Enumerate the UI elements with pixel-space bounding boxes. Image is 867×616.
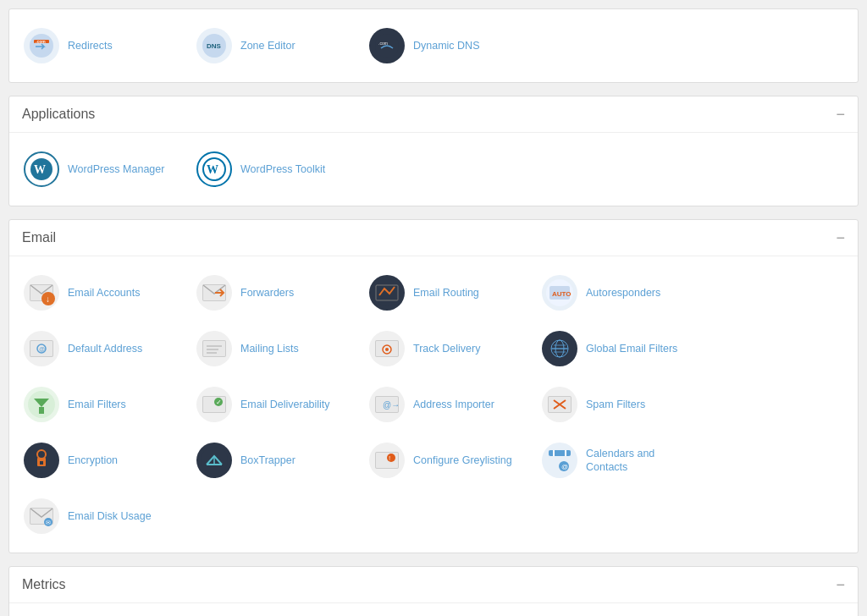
svg-rect-40 xyxy=(39,407,44,414)
svg-rect-27 xyxy=(203,341,225,356)
redirects-label: Redirects xyxy=(68,39,113,52)
metrics-section: Metrics − Visitors xyxy=(8,566,859,616)
encryption-label: Encryption xyxy=(68,454,118,467)
svg-rect-58 xyxy=(376,453,398,468)
item-redirects[interactable]: .com Redirects xyxy=(15,19,185,72)
item-mailing-lists[interactable]: Mailing Lists xyxy=(188,322,357,375)
configure-greylisting-icon: ! xyxy=(369,443,405,478)
svg-text:.com: .com xyxy=(378,41,388,46)
dynamic-dns-icon: .com xyxy=(369,28,405,63)
item-track-delivery[interactable]: Track Delivery xyxy=(361,322,530,375)
item-email-routing[interactable]: Email Routing xyxy=(361,267,530,319)
svg-point-0 xyxy=(30,34,53,58)
svg-point-34 xyxy=(385,348,389,351)
item-email-accounts[interactable]: ↓ Email Accounts xyxy=(15,267,185,319)
item-default-address[interactable]: @ Default Address xyxy=(15,322,185,375)
item-wordpress-manager[interactable]: W WordPress Manager xyxy=(15,143,185,195)
email-disk-icon: ✉ xyxy=(24,498,59,534)
item-configure-greylisting[interactable]: ! Configure Greylisting xyxy=(361,434,530,487)
svg-text:↓: ↓ xyxy=(46,294,50,304)
calendars-icon: @ xyxy=(542,443,577,478)
svg-text:✉: ✉ xyxy=(46,520,51,525)
mailing-lists-label: Mailing Lists xyxy=(240,342,299,355)
item-encryption[interactable]: Encryption xyxy=(15,434,185,487)
track-delivery-icon xyxy=(369,331,405,366)
item-address-importer[interactable]: @→ Address Importer xyxy=(361,378,530,431)
item-zone-editor[interactable]: DNS Zone Editor xyxy=(188,19,357,72)
email-disk-label: Email Disk Usage xyxy=(68,509,152,523)
email-title: Email xyxy=(22,230,56,245)
svg-text:@: @ xyxy=(39,346,45,352)
global-email-filters-label: Global Email Filters xyxy=(586,342,677,355)
applications-toggle[interactable]: − xyxy=(836,107,845,122)
item-wordpress-toolkit[interactable]: W WordPress Toolkit xyxy=(188,143,357,195)
zone-editor-label: Zone Editor xyxy=(240,39,295,52)
top-section: .com Redirects DNS Zone Editor xyxy=(8,8,859,83)
applications-grid: W WordPress Manager W WordPress Toolkit xyxy=(9,133,858,206)
metrics-toggle[interactable]: − xyxy=(836,577,845,592)
zone-editor-icon: DNS xyxy=(196,28,232,63)
svg-point-17 xyxy=(373,279,400,306)
email-accounts-icon: ↓ xyxy=(24,275,59,311)
address-importer-icon: @→ xyxy=(369,387,405,422)
item-global-email-filters[interactable]: Global Email Filters xyxy=(533,322,703,375)
svg-text:!: ! xyxy=(389,454,390,462)
forwarders-label: Forwarders xyxy=(240,286,294,300)
email-toggle[interactable]: − xyxy=(836,230,845,245)
email-accounts-label: Email Accounts xyxy=(68,286,140,300)
svg-rect-42 xyxy=(203,397,225,412)
spam-filters-label: Spam Filters xyxy=(586,398,645,411)
item-boxtrapper[interactable]: BoxTrapper xyxy=(188,434,357,487)
wp-manager-label: WordPress Manager xyxy=(68,162,164,176)
default-address-label: Default Address xyxy=(68,342,142,355)
track-delivery-label: Track Delivery xyxy=(413,342,480,355)
svg-text:@: @ xyxy=(561,463,568,470)
svg-text:DNS: DNS xyxy=(207,42,222,50)
wp-toolkit-label: WordPress Toolkit xyxy=(240,162,325,176)
mailing-lists-icon xyxy=(196,331,232,366)
email-filters-label: Email Filters xyxy=(68,398,126,411)
metrics-grid: Visitors ! Errors xyxy=(9,603,858,616)
email-section: Email − ↓ Email Accounts xyxy=(8,219,859,553)
item-email-deliverability[interactable]: ✓ Email Deliverability xyxy=(188,378,357,431)
calendars-label: Calendars and Contacts xyxy=(586,447,694,475)
svg-rect-53 xyxy=(40,461,43,465)
wp-toolkit-icon: W xyxy=(196,151,232,187)
item-spam-filters[interactable]: Spam Filters xyxy=(533,378,703,431)
email-filters-icon xyxy=(24,387,59,422)
address-importer-label: Address Importer xyxy=(413,398,494,411)
forwarders-icon xyxy=(196,275,232,311)
svg-text:W: W xyxy=(34,163,46,176)
default-address-icon: @ xyxy=(24,331,59,366)
item-email-filters[interactable]: Email Filters xyxy=(15,378,185,431)
encryption-icon xyxy=(24,443,59,478)
svg-text:.com: .com xyxy=(36,39,46,44)
item-dynamic-dns[interactable]: .com Dynamic DNS xyxy=(361,19,530,72)
boxtrapper-icon xyxy=(196,443,232,478)
item-forwarders[interactable]: Forwarders xyxy=(188,267,357,319)
svg-rect-63 xyxy=(549,450,571,456)
dynamic-dns-label: Dynamic DNS xyxy=(413,39,480,52)
global-email-filters-icon xyxy=(542,331,577,366)
email-deliverability-icon: ✓ xyxy=(196,387,232,422)
applications-title: Applications xyxy=(22,107,95,122)
svg-text:@→: @→ xyxy=(383,400,400,410)
item-calendars-and-contacts[interactable]: @ Calendars and Contacts xyxy=(533,434,703,487)
redirects-icon: .com xyxy=(24,28,59,63)
svg-text:✓: ✓ xyxy=(216,399,222,406)
wp-manager-icon: W xyxy=(24,151,59,187)
spam-filters-icon xyxy=(542,387,577,422)
svg-text:AUTO: AUTO xyxy=(552,290,572,298)
email-header: Email − xyxy=(9,220,858,256)
autoresponders-icon: AUTO xyxy=(542,275,577,311)
item-email-disk-usage[interactable]: ✉ Email Disk Usage xyxy=(15,490,185,542)
metrics-title: Metrics xyxy=(22,577,66,592)
item-autoresponders[interactable]: AUTO Autoresponders xyxy=(533,267,703,319)
email-grid: ↓ Email Accounts Forwarders xyxy=(9,256,858,553)
applications-section: Applications − W WordPress Manager xyxy=(8,96,859,206)
svg-text:W: W xyxy=(207,163,218,176)
configure-greylisting-label: Configure Greylisting xyxy=(413,454,512,467)
email-deliverability-label: Email Deliverability xyxy=(240,398,330,411)
email-routing-label: Email Routing xyxy=(413,286,479,300)
autoresponders-label: Autoresponders xyxy=(586,286,660,300)
